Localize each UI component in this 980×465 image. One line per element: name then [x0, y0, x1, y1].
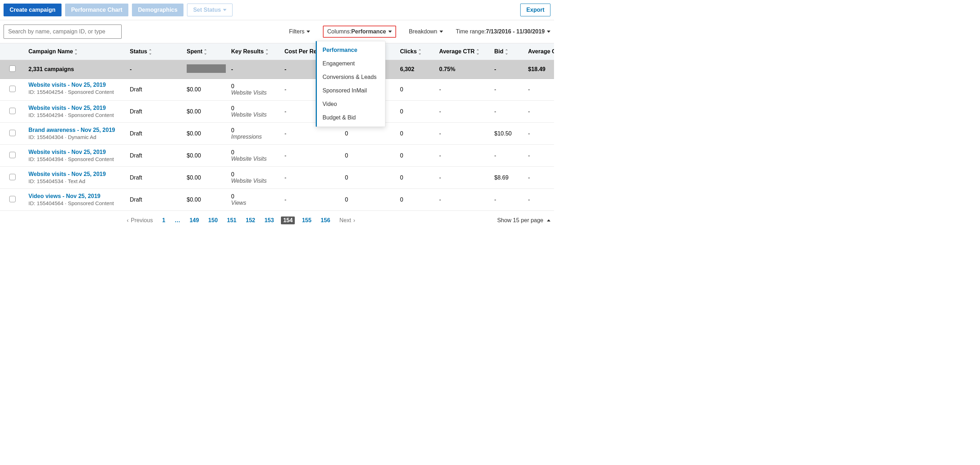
campaign-meta: ID: 155404294 · Sponsored Content: [29, 112, 123, 118]
cell-clicks: 0: [396, 167, 436, 189]
cell-clicks: 0: [396, 79, 436, 101]
time-range-dropdown[interactable]: Time range: 7/13/2016 - 11/30/2019: [456, 29, 550, 35]
campaign-link[interactable]: Website visits - Nov 25, 2019: [29, 171, 123, 178]
sort-icon: [74, 50, 78, 54]
chevron-up-icon: [547, 219, 550, 222]
cell-ctr: -: [436, 123, 491, 145]
table-row: Website visits - Nov 25, 2019ID: 1554042…: [0, 101, 554, 123]
performance-chart-button: Performance Chart: [65, 3, 128, 16]
sort-icon: [204, 50, 207, 54]
chevron-down-icon: [547, 30, 550, 33]
create-campaign-button[interactable]: Create campaign: [3, 3, 62, 16]
summary-clicks: 6,302: [396, 60, 436, 79]
campaign-link[interactable]: Website visits - Nov 25, 2019: [29, 149, 123, 156]
summary-spent: [183, 60, 228, 79]
time-range-prefix: Time range:: [456, 29, 486, 35]
col-clicks[interactable]: Clicks: [396, 43, 436, 60]
columns-menu-item[interactable]: Video: [317, 97, 385, 111]
previous-label: Previous: [131, 217, 153, 224]
cell-bid: -: [491, 145, 525, 167]
breakdown-dropdown[interactable]: Breakdown: [409, 29, 443, 35]
cell-impressions: 0: [341, 189, 396, 211]
page-number[interactable]: 152: [243, 216, 258, 224]
cell-cpr: -: [281, 167, 341, 189]
cell-status: Draft: [126, 79, 183, 101]
campaign-link[interactable]: Brand awareness - Nov 25, 2019: [29, 127, 123, 133]
cell-clicks: 0: [396, 145, 436, 167]
campaign-link[interactable]: Website visits - Nov 25, 2019: [29, 105, 123, 111]
filters-dropdown[interactable]: Filters: [289, 29, 310, 35]
cell-key-results: 0Website Visits: [228, 145, 281, 167]
pagination: ‹ Previous 1 … 149150151152153154155156 …: [0, 211, 554, 228]
page-number[interactable]: 151: [225, 216, 239, 224]
chevron-down-icon: [388, 30, 392, 33]
cell-ctr: -: [436, 145, 491, 167]
table-row: Website visits - Nov 25, 2019ID: 1554045…: [0, 167, 554, 189]
chevron-right-icon: ›: [353, 217, 355, 224]
chevron-down-icon: [307, 30, 310, 33]
row-checkbox[interactable]: [9, 174, 16, 180]
columns-menu-item[interactable]: Budget & Bid: [317, 111, 385, 124]
row-checkbox[interactable]: [9, 108, 16, 114]
page-numbers: 1 … 149150151152153154155156: [160, 216, 332, 224]
columns-value: Performance: [351, 29, 386, 35]
cell-status: Draft: [126, 167, 183, 189]
cell-clicks: 0: [396, 123, 436, 145]
col-key-results[interactable]: Key Results: [228, 43, 281, 60]
cell-bid: -: [491, 189, 525, 211]
export-button[interactable]: Export: [520, 3, 550, 16]
cell-bid: $10.50: [491, 123, 525, 145]
summary-bid: -: [491, 60, 525, 79]
table-row: Brand awareness - Nov 25, 2019ID: 155404…: [0, 123, 554, 145]
row-checkbox[interactable]: [9, 86, 16, 92]
campaign-link[interactable]: Video views - Nov 25, 2019: [29, 193, 123, 200]
col-average-c[interactable]: Average C: [525, 43, 554, 60]
cell-clicks: 0: [396, 189, 436, 211]
cell-avgc: -: [525, 123, 554, 145]
row-checkbox[interactable]: [9, 130, 16, 136]
campaign-meta: ID: 155404534 · Text Ad: [29, 178, 123, 184]
cell-status: Draft: [126, 189, 183, 211]
cell-avgc: -: [525, 189, 554, 211]
page-number[interactable]: 156: [318, 216, 332, 224]
cell-ctr: -: [436, 167, 491, 189]
cell-key-results: 0Website Visits: [228, 167, 281, 189]
chevron-down-icon: [439, 30, 443, 33]
cell-avgc: -: [525, 101, 554, 123]
columns-menu-item[interactable]: Performance: [317, 43, 385, 57]
columns-menu-item[interactable]: Conversions & Leads: [317, 70, 385, 84]
row-checkbox[interactable]: [9, 196, 16, 202]
columns-menu-item[interactable]: Engagement: [317, 57, 385, 70]
col-bid[interactable]: Bid: [491, 43, 525, 60]
show-per-page-dropdown[interactable]: Show 15 per page: [497, 217, 550, 224]
cell-cpr: -: [281, 145, 341, 167]
page-number[interactable]: 149: [188, 216, 201, 224]
search-input[interactable]: [3, 25, 122, 39]
cell-bid: $8.69: [491, 167, 525, 189]
page-number[interactable]: 150: [206, 216, 220, 224]
page-first[interactable]: 1: [160, 216, 167, 224]
page-number[interactable]: 155: [300, 216, 313, 224]
cell-spent: $0.00: [183, 167, 228, 189]
show-per-label: Show 15 per page: [497, 217, 543, 224]
col-campaign-name[interactable]: Campaign Name: [25, 43, 126, 60]
cell-bid: -: [491, 101, 525, 123]
columns-menu-item[interactable]: Sponsored InMail: [317, 84, 385, 97]
select-all-checkbox[interactable]: [9, 65, 16, 72]
campaign-link[interactable]: Website visits - Nov 25, 2019: [29, 82, 123, 88]
chevron-left-icon: ‹: [127, 217, 128, 224]
previous-button[interactable]: ‹ Previous: [127, 217, 153, 224]
filter-row: Filters Columns: Performance Breakdown T…: [0, 20, 554, 43]
summary-key: -: [228, 60, 281, 79]
table-row: Video views - Nov 25, 2019ID: 155404564 …: [0, 189, 554, 211]
cell-spent: $0.00: [183, 123, 228, 145]
page-number[interactable]: 153: [262, 216, 276, 224]
table-row: Website visits - Nov 25, 2019ID: 1554043…: [0, 145, 554, 167]
col-status[interactable]: Status: [126, 43, 183, 60]
row-checkbox[interactable]: [9, 152, 16, 158]
columns-prefix: Columns:: [327, 29, 351, 35]
next-button[interactable]: Next ›: [340, 217, 355, 224]
columns-dropdown[interactable]: Columns: Performance: [323, 25, 396, 38]
col-average-ctr[interactable]: Average CTR: [436, 43, 491, 60]
col-spent[interactable]: Spent: [183, 43, 228, 60]
